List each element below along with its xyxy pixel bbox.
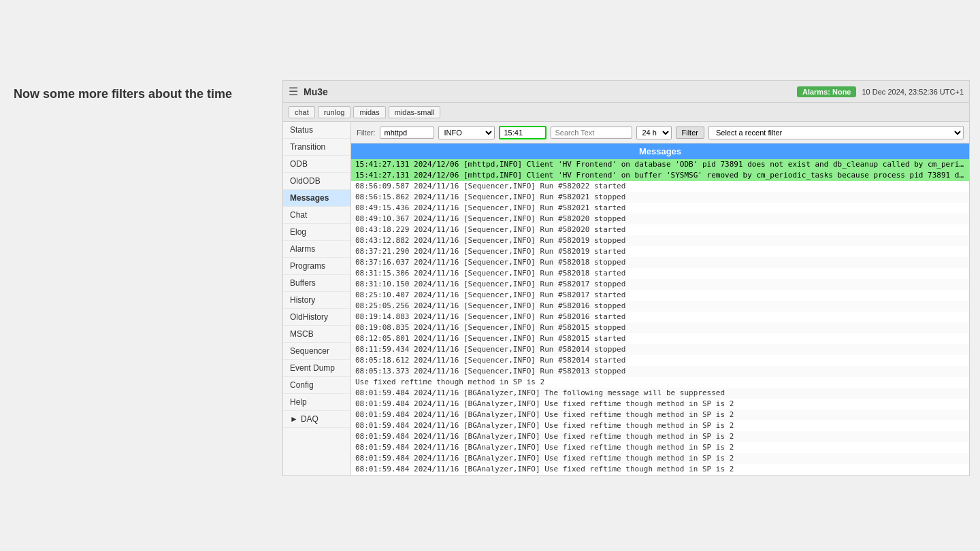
sidebar-item-mscb[interactable]: MSCB (283, 326, 350, 343)
filter-label: Filter: (357, 129, 376, 137)
sidebar-item-sequencer[interactable]: Sequencer (283, 343, 350, 360)
sidebar-item-oldodb[interactable]: OldODB (283, 173, 350, 190)
nav-chat-button[interactable]: chat (289, 106, 315, 118)
content-area: Filter: INFO DEBUG WARNING ERROR 1 h 6 h… (351, 122, 969, 475)
recent-filter-select[interactable]: Select a recent filter (708, 126, 964, 139)
sidebar-item-buffers[interactable]: Buffers (283, 275, 350, 292)
filter-time-range-select[interactable]: 1 h 6 h 12 h 24 h 7 d (636, 126, 672, 139)
message-row: 08:37:16.037 2024/11/16 [Sequencer,INFO]… (351, 257, 969, 268)
message-row: 08:19:08.835 2024/11/16 [Sequencer,INFO]… (351, 322, 969, 333)
sidebar-item-chat[interactable]: Chat (283, 207, 350, 224)
sidebar-item-alarms[interactable]: Alarms (283, 241, 350, 258)
message-row: 08:01:59.484 2024/11/16 [BGAnalyzer,INFO… (351, 388, 969, 399)
alarms-badge: Alarms: None (797, 86, 857, 97)
chevron-right-icon: ► (290, 414, 298, 424)
message-row: 08:01:59.484 2024/11/16 [BGAnalyzer,INFO… (351, 464, 969, 475)
message-row: 08:01:59.484 2024/11/16 [BGAnalyzer,INFO… (351, 453, 969, 464)
messages-header: Messages (351, 144, 969, 159)
filter-level-select[interactable]: INFO DEBUG WARNING ERROR (438, 126, 495, 139)
message-row: 08:31:15.306 2024/11/16 [Sequencer,INFO]… (351, 268, 969, 279)
sidebar-item-history[interactable]: History (283, 292, 350, 309)
sidebar-item-daq[interactable]: ► DAQ (283, 411, 350, 428)
message-row: 08:01:59.484 2024/11/16 [BGAnalyzer,INFO… (351, 431, 969, 442)
filter-source-input[interactable] (380, 127, 434, 139)
app-title: Mu3e (304, 86, 797, 97)
message-row: 08:37:21.290 2024/11/16 [Sequencer,INFO]… (351, 246, 969, 257)
message-row: 08:05:13.373 2024/11/16 [Sequencer,INFO]… (351, 366, 969, 377)
messages-panel: Messages 15:41:27.131 2024/12/06 [mhttpd… (351, 144, 969, 475)
sidebar-item-config[interactable]: Config (283, 377, 350, 394)
message-row: 08:56:09.587 2024/11/16 [Sequencer,INFO]… (351, 181, 969, 192)
menu-icon[interactable]: ☰ (289, 85, 298, 98)
message-row: Use fixed reftime though method in SP is… (351, 377, 969, 388)
message-row: 08:01:59.484 2024/11/16 [BGAnalyzer,INFO… (351, 442, 969, 453)
filter-time-input[interactable] (499, 126, 546, 139)
message-row: 08:01:59.484 2024/11/16 [BGAnalyzer,INFO… (351, 410, 969, 420)
page-description: Now some more filters about the time (14, 87, 232, 101)
message-row: 08:49:10.367 2024/11/16 [Sequencer,INFO]… (351, 214, 969, 224)
sidebar-daq-label: DAQ (301, 414, 318, 424)
messages-list: 15:41:27.131 2024/12/06 [mhttpd,INFO] Cl… (351, 159, 969, 475)
message-row: 08:49:15.436 2024/11/16 [Sequencer,INFO]… (351, 203, 969, 214)
message-row: 08:31:10.150 2024/11/16 [Sequencer,INFO]… (351, 279, 969, 290)
nav-midas-small-button[interactable]: midas-small (389, 106, 441, 118)
sidebar-item-oldhistory[interactable]: OldHistory (283, 309, 350, 326)
datetime: 10 Dec 2024, 23:52:36 UTC+1 (862, 88, 964, 96)
message-row: 08:19:14.883 2024/11/16 [Sequencer,INFO]… (351, 312, 969, 322)
message-row: 08:05:18.612 2024/11/16 [Sequencer,INFO]… (351, 355, 969, 366)
filter-button[interactable]: Filter (676, 127, 704, 139)
nav-runlog-button[interactable]: runlog (318, 106, 351, 118)
sidebar-item-status[interactable]: Status (283, 122, 350, 139)
message-row: 08:01:59.484 2024/11/16 [BGAnalyzer,INFO… (351, 399, 969, 410)
sidebar-item-transition[interactable]: Transition (283, 139, 350, 156)
message-row: 08:43:12.882 2024/11/16 [Sequencer,INFO]… (351, 235, 969, 246)
sidebar-item-help[interactable]: Help (283, 394, 350, 411)
message-row: 08:25:10.407 2024/11/16 [Sequencer,INFO]… (351, 290, 969, 301)
nav-buttons-bar: chat runlog midas midas-small (283, 103, 969, 122)
filter-search-input[interactable] (551, 127, 632, 139)
sidebar-item-odb[interactable]: ODB (283, 156, 350, 173)
message-row: 08:43:18.229 2024/11/16 [Sequencer,INFO]… (351, 224, 969, 235)
message-row: 08:25:05.256 2024/11/16 [Sequencer,INFO]… (351, 301, 969, 312)
sidebar-item-eventdump[interactable]: Event Dump (283, 360, 350, 377)
top-bar: ☰ Mu3e Alarms: None 10 Dec 2024, 23:52:3… (283, 81, 969, 103)
main-layout: Status Transition ODB OldODB Messages Ch… (283, 122, 969, 475)
sidebar-item-messages[interactable]: Messages (283, 190, 350, 207)
message-row: 08:56:15.862 2024/11/16 [Sequencer,INFO]… (351, 192, 969, 203)
app-container: ☰ Mu3e Alarms: None 10 Dec 2024, 23:52:3… (282, 80, 970, 476)
message-row: 08:12:05.801 2024/11/16 [Sequencer,INFO]… (351, 333, 969, 344)
sidebar-item-elog[interactable]: Elog (283, 224, 350, 241)
sidebar-item-programs[interactable]: Programs (283, 258, 350, 275)
sidebar: Status Transition ODB OldODB Messages Ch… (283, 122, 351, 475)
message-row: 08:01:59.484 2024/11/16 [BGAnalyzer,INFO… (351, 475, 969, 475)
message-row: 08:01:59.484 2024/11/16 [BGAnalyzer,INFO… (351, 420, 969, 431)
message-row: 08:11:59.434 2024/11/16 [Sequencer,INFO]… (351, 344, 969, 355)
filter-bar: Filter: INFO DEBUG WARNING ERROR 1 h 6 h… (351, 122, 969, 144)
message-row: 15:41:27.131 2024/12/06 [mhttpd,INFO] Cl… (351, 170, 969, 181)
nav-midas-button[interactable]: midas (353, 106, 385, 118)
message-row: 15:41:27.131 2024/12/06 [mhttpd,INFO] Cl… (351, 159, 969, 170)
